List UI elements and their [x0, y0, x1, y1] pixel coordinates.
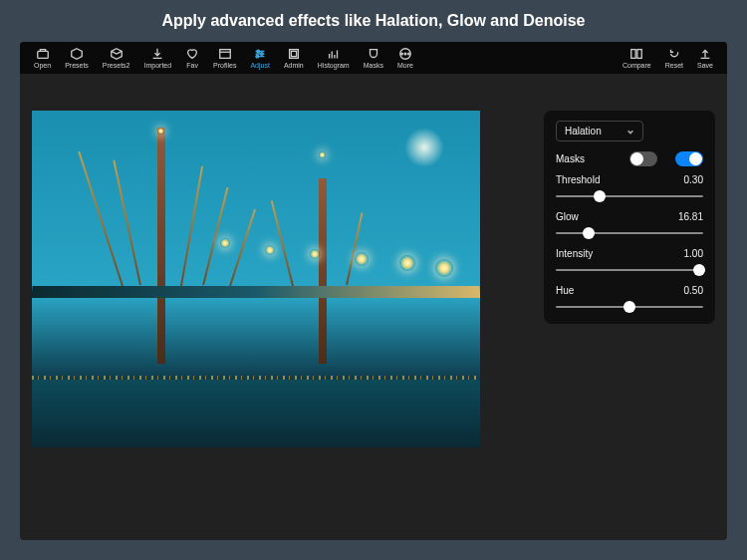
hue-label: Hue	[556, 285, 574, 296]
crop-icon	[287, 47, 301, 61]
histogram-label: Histogram	[318, 62, 350, 69]
adjust-label: Adjust	[250, 62, 269, 69]
marketing-banner: Apply advanced effects like Halation, Gl…	[0, 0, 747, 42]
hue-control: Hue 0.50	[556, 285, 703, 314]
svg-point-10	[400, 49, 411, 60]
glow-control: Glow 16.81	[556, 211, 703, 240]
masks-label: Masks	[364, 62, 383, 69]
fav-label: Fav	[186, 62, 198, 69]
content-area: Halation Masks Threshold 0.30	[20, 74, 727, 540]
main-toolbar: Open Presets Presets2 Imported Fav Profi…	[20, 42, 727, 74]
more-button[interactable]: More	[391, 45, 419, 71]
admin-button[interactable]: Admin	[278, 45, 310, 71]
compare-label: Compare	[622, 62, 651, 69]
imported-label: Imported	[143, 62, 171, 69]
presets2-button[interactable]: Presets2	[97, 45, 136, 71]
svg-point-7	[401, 53, 403, 55]
hue-value: 0.50	[684, 285, 703, 296]
presets-icon	[70, 47, 84, 61]
imported-button[interactable]: Imported	[137, 45, 177, 71]
threshold-value: 0.30	[684, 174, 703, 185]
hue-slider[interactable]	[556, 300, 703, 314]
reset-icon	[667, 47, 681, 61]
reset-button[interactable]: Reset	[659, 45, 689, 71]
save-label: Save	[697, 62, 713, 69]
masks-button[interactable]: Masks	[358, 45, 389, 71]
histogram-button[interactable]: Histogram	[312, 45, 356, 71]
heart-icon	[185, 47, 199, 61]
adjust-button[interactable]: Adjust	[244, 45, 275, 71]
effect-enable-toggle[interactable]	[675, 151, 703, 166]
threshold-slider[interactable]	[556, 189, 703, 203]
compare-icon	[629, 47, 643, 61]
svg-rect-0	[37, 51, 48, 58]
intensity-label: Intensity	[556, 248, 593, 259]
svg-point-8	[404, 53, 406, 55]
svg-rect-12	[637, 50, 641, 59]
svg-rect-11	[631, 50, 635, 59]
threshold-label: Threshold	[556, 174, 600, 185]
svg-point-9	[408, 53, 410, 55]
profiles-icon	[218, 47, 232, 61]
intensity-slider[interactable]	[556, 263, 703, 277]
image-preview[interactable]	[32, 111, 480, 447]
banner-text: Apply advanced effects like Halation, Gl…	[162, 12, 586, 30]
presets-button[interactable]: Presets	[59, 45, 95, 71]
glow-value: 16.81	[678, 211, 703, 222]
profiles-label: Profiles	[213, 62, 236, 69]
histogram-icon	[327, 47, 341, 61]
admin-label: Admin	[284, 62, 304, 69]
fav-button[interactable]: Fav	[179, 45, 205, 71]
more-label: More	[397, 62, 413, 69]
effect-selected: Halation	[565, 126, 602, 137]
masks-icon	[367, 47, 380, 61]
reset-label: Reset	[665, 62, 683, 69]
imported-icon	[150, 47, 164, 61]
threshold-control: Threshold 0.30	[556, 174, 703, 203]
sliders-icon	[253, 47, 267, 61]
intensity-control: Intensity 1.00	[556, 248, 703, 277]
compare-button[interactable]: Compare	[617, 45, 657, 71]
upload-icon	[698, 47, 712, 61]
effect-dropdown[interactable]: Halation	[556, 121, 643, 141]
intensity-value: 1.00	[684, 248, 703, 259]
chevron-down-icon	[626, 128, 634, 136]
save-button[interactable]: Save	[691, 45, 719, 71]
svg-rect-6	[291, 51, 296, 56]
app-window: Open Presets Presets2 Imported Fav Profi…	[20, 42, 727, 540]
presets2-label: Presets2	[103, 62, 130, 69]
masks-row: Masks	[556, 151, 703, 166]
open-button[interactable]: Open	[28, 45, 57, 71]
svg-rect-1	[220, 50, 231, 59]
open-icon	[36, 47, 50, 61]
glow-slider[interactable]	[556, 226, 703, 240]
presets2-icon	[110, 47, 124, 61]
glow-label: Glow	[556, 211, 579, 222]
presets-label: Presets	[65, 62, 89, 69]
open-label: Open	[34, 62, 51, 69]
masks-text: Masks	[556, 153, 585, 164]
profiles-button[interactable]: Profiles	[207, 45, 242, 71]
more-icon	[398, 47, 412, 61]
effects-panel: Halation Masks Threshold 0.30	[544, 111, 715, 324]
masks-toggle[interactable]	[629, 151, 657, 166]
